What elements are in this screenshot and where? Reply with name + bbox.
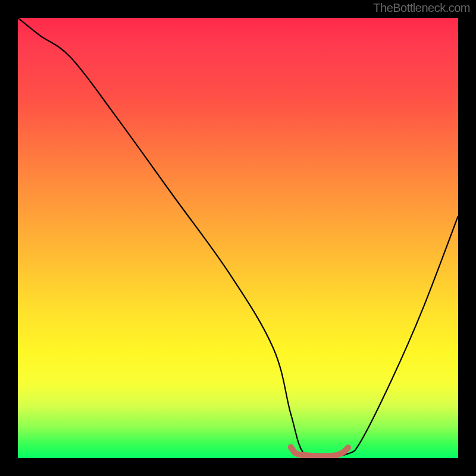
watermark-text: TheBottleneck.com <box>373 1 470 15</box>
chart-plot-area <box>18 18 458 458</box>
chart-svg <box>18 18 458 458</box>
bottleneck-curve-path <box>18 18 458 458</box>
minimum-marker-path <box>291 447 348 456</box>
